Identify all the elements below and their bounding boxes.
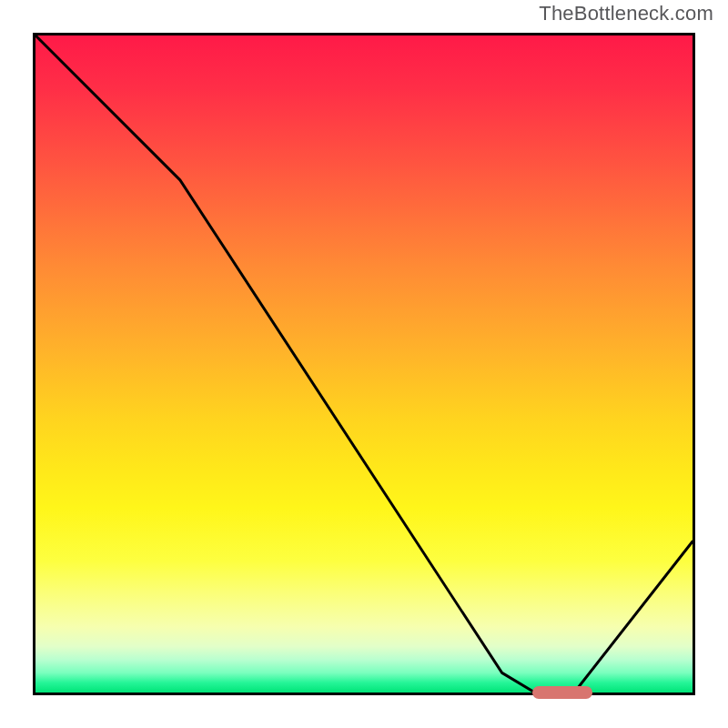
optimal-range-marker [532, 686, 592, 699]
watermark-text: TheBottleneck.com [539, 2, 713, 25]
chart-area [33, 33, 695, 695]
chart-line-svg [35, 35, 693, 693]
bottleneck-curve [35, 35, 693, 693]
